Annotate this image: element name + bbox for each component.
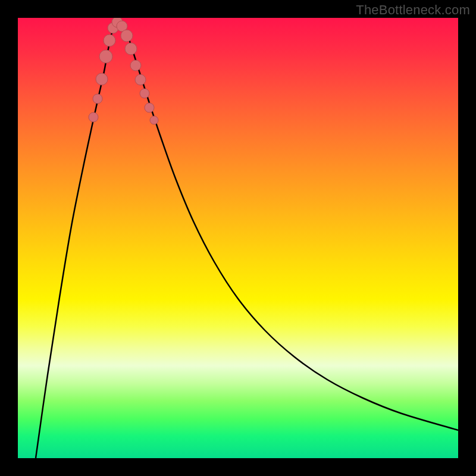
curve-marker [104,35,115,46]
curve-marker [135,74,146,85]
bottleneck-curve [36,20,458,458]
chart-frame: TheBottleneck.com [0,0,476,476]
watermark-text: TheBottleneck.com [356,2,470,18]
curve-marker [150,116,158,124]
marker-layer [89,18,158,124]
curve-marker [93,94,102,104]
curve-marker [145,103,154,112]
chart-plot-area [18,18,458,458]
curve-marker [89,112,98,122]
curve-marker [99,50,112,63]
curve-marker [96,73,108,85]
curve-marker [125,43,137,55]
curve-marker [121,30,133,42]
chart-svg [18,18,458,458]
curve-marker [130,60,141,71]
curve-marker [140,89,149,98]
